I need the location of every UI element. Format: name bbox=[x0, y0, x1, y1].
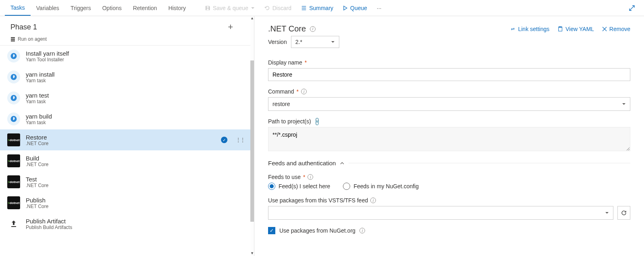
close-icon bbox=[602, 27, 607, 31]
task-name-label: yarn test bbox=[26, 92, 49, 99]
task-sub-label: Yarn Tool Installer bbox=[26, 57, 69, 62]
tab-variables[interactable]: Variables bbox=[31, 0, 65, 16]
queue-label: Queue bbox=[350, 5, 367, 11]
expand-button[interactable] bbox=[625, 5, 639, 11]
scroll-down-arrow[interactable]: ▼ bbox=[250, 251, 254, 256]
path-input[interactable] bbox=[268, 127, 630, 151]
save-queue-button[interactable]: Save & queue bbox=[200, 5, 260, 11]
task-row-publish-artifact[interactable]: Publish ArtifactPublish Build Artifacts bbox=[0, 213, 254, 234]
task-row-install-yarn-itself[interactable]: Install yarn itselfYarn Tool Installer bbox=[0, 46, 254, 67]
feeds-section-label: Feeds and authentication bbox=[268, 160, 336, 167]
summary-button[interactable]: Summary bbox=[296, 5, 338, 11]
info-icon[interactable]: i bbox=[359, 228, 365, 233]
vsts-feed-label: Use packages from this VSTS/TFS feed i bbox=[268, 197, 630, 204]
task-name-label: Publish bbox=[26, 197, 48, 204]
save-icon bbox=[205, 5, 211, 11]
dotnet-icon: >dotnet bbox=[7, 175, 20, 188]
upload-icon bbox=[7, 217, 20, 230]
feeds-to-use-label: Feeds to use* i bbox=[268, 174, 630, 180]
vsts-feed-select[interactable] bbox=[268, 206, 613, 220]
pivot-tabs: Tasks Variables Triggers Options Retenti… bbox=[5, 0, 192, 16]
add-task-button[interactable]: + bbox=[228, 22, 245, 32]
more-icon: ··· bbox=[377, 5, 382, 11]
task-row-yarn-test[interactable]: yarn testYarn task bbox=[0, 87, 254, 108]
scroll-up-arrow[interactable]: ▲ bbox=[250, 16, 254, 21]
task-row-yarn-build[interactable]: yarn buildYarn task bbox=[0, 108, 254, 129]
task-name-label: Build bbox=[26, 155, 48, 162]
task-name-label: Test bbox=[26, 176, 48, 183]
task-row-test[interactable]: >dotnetTest.NET Core bbox=[0, 171, 254, 192]
panel-title: .NET Core i bbox=[268, 24, 316, 33]
command-select[interactable]: restore bbox=[268, 97, 630, 111]
tab-tasks[interactable]: Tasks bbox=[5, 0, 31, 16]
info-icon[interactable]: i bbox=[301, 89, 307, 94]
phase-subtitle-label: Run on agent bbox=[18, 36, 47, 42]
scrollbar[interactable]: ▲ ▼ bbox=[250, 16, 254, 256]
discard-label: Discard bbox=[272, 5, 291, 11]
more-button[interactable]: ··· bbox=[372, 5, 386, 11]
undo-icon bbox=[264, 5, 270, 11]
scroll-thumb[interactable] bbox=[250, 60, 254, 222]
remove-button[interactable]: Remove bbox=[602, 26, 630, 32]
chevron-down-icon bbox=[251, 6, 255, 10]
chevron-up-icon bbox=[340, 161, 345, 166]
nuget-org-label: Use packages from NuGet.org bbox=[279, 227, 355, 234]
tab-triggers[interactable]: Triggers bbox=[65, 0, 97, 16]
summary-label: Summary bbox=[309, 5, 333, 11]
info-icon[interactable]: i bbox=[370, 198, 376, 203]
yarn-icon bbox=[7, 112, 20, 125]
refresh-button[interactable] bbox=[617, 206, 630, 220]
tab-options[interactable]: Options bbox=[97, 0, 127, 16]
task-sub-label: Yarn task bbox=[26, 120, 52, 125]
tab-history[interactable]: History bbox=[163, 0, 192, 16]
queue-button[interactable]: Queue bbox=[338, 5, 372, 11]
task-row-build[interactable]: >dotnetBuild.NET Core bbox=[0, 150, 254, 171]
yarn-icon bbox=[7, 92, 20, 104]
save-queue-label: Save & queue bbox=[213, 5, 248, 11]
radio-feed-select-here[interactable]: Feed(s) I select here bbox=[268, 183, 330, 190]
check-icon: ✓ bbox=[221, 137, 227, 143]
link-icon[interactable]: 🔗 bbox=[312, 117, 321, 126]
command-value: restore bbox=[272, 101, 290, 107]
view-yaml-label: View YAML bbox=[566, 26, 594, 32]
task-sub-label: Yarn task bbox=[26, 78, 55, 83]
task-row-yarn-install[interactable]: yarn installYarn task bbox=[0, 67, 254, 87]
task-sub-label: Yarn task bbox=[26, 99, 49, 104]
command-label: Command* i bbox=[268, 88, 630, 95]
task-row-publish[interactable]: >dotnetPublish.NET Core bbox=[0, 192, 254, 213]
feeds-section-header[interactable]: Feeds and authentication bbox=[268, 160, 630, 167]
chevron-down-icon bbox=[605, 211, 609, 215]
radio-feed-select-label: Feed(s) I select here bbox=[279, 183, 330, 189]
clipboard-icon bbox=[557, 26, 563, 32]
nuget-org-checkbox[interactable]: ✓ bbox=[268, 227, 275, 234]
drag-handle-icon[interactable]: ⋮⋮ bbox=[233, 137, 247, 143]
phase-title[interactable]: Phase 1 bbox=[10, 23, 37, 31]
radio-nugetconfig[interactable]: Feeds in my NuGet.config bbox=[343, 183, 419, 190]
radio-checked-icon bbox=[268, 183, 275, 190]
radio-nugetconfig-label: Feeds in my NuGet.config bbox=[353, 183, 419, 189]
display-name-input[interactable] bbox=[268, 68, 630, 81]
tab-retention[interactable]: Retention bbox=[127, 0, 163, 16]
task-sub-label: .NET Core bbox=[26, 183, 48, 188]
discard-button[interactable]: Discard bbox=[260, 5, 296, 11]
chevron-down-icon bbox=[331, 40, 335, 44]
task-row-restore[interactable]: >dotnetRestore.NET Core✓⋮⋮ bbox=[0, 129, 254, 150]
panel-title-text: .NET Core bbox=[268, 24, 306, 33]
link-icon bbox=[510, 26, 516, 32]
top-toolbar: Tasks Variables Triggers Options Retenti… bbox=[0, 0, 644, 16]
view-yaml-button[interactable]: View YAML bbox=[557, 26, 594, 32]
list-icon bbox=[301, 5, 307, 11]
link-settings-button[interactable]: Link settings bbox=[510, 26, 549, 32]
info-icon[interactable]: i bbox=[308, 174, 313, 180]
expand-icon bbox=[629, 5, 635, 11]
version-select[interactable]: 2.* bbox=[291, 36, 339, 48]
remove-label: Remove bbox=[609, 26, 630, 32]
task-name-label: yarn install bbox=[26, 71, 55, 78]
dotnet-icon: >dotnet bbox=[7, 133, 20, 146]
display-name-label: Display name* bbox=[268, 59, 630, 66]
dotnet-icon: >dotnet bbox=[7, 154, 20, 167]
info-icon[interactable]: i bbox=[310, 26, 316, 32]
phase-subtitle: Run on agent bbox=[0, 36, 254, 42]
version-label: Version bbox=[268, 39, 287, 45]
task-name-label: yarn build bbox=[26, 113, 52, 120]
